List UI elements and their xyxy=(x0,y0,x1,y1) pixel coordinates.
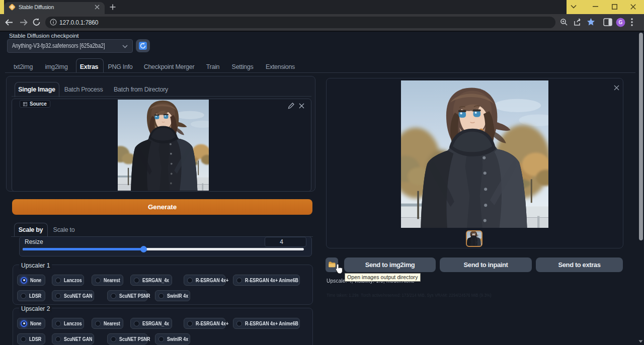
svg-text:G: G xyxy=(619,20,623,25)
